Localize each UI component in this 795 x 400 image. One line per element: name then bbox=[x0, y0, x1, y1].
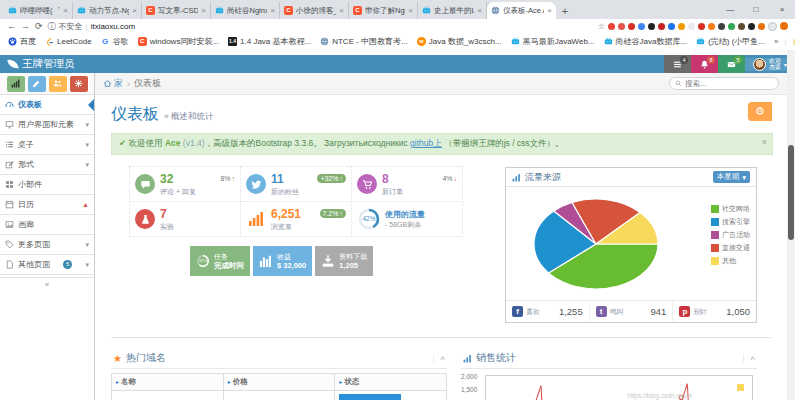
sidebar-item[interactable]: 画廊 bbox=[0, 215, 94, 235]
url-field[interactable]: ⓘ 不安全 | itxiaoxu.com bbox=[48, 21, 136, 32]
extension-icon[interactable] bbox=[628, 23, 635, 30]
alert-close-icon[interactable]: × bbox=[762, 137, 767, 147]
extension-icon[interactable] bbox=[658, 23, 665, 30]
collapse-chevron-icon[interactable]: ˄ bbox=[433, 354, 445, 363]
legend-item: 社交网络 bbox=[711, 202, 750, 215]
extension-icon[interactable] bbox=[698, 23, 705, 30]
progress-button[interactable]: 收益$ 32,000 bbox=[253, 246, 312, 276]
bookmark-star-icon[interactable]: ☆ bbox=[598, 22, 605, 31]
sidebar-collapse-button[interactable]: « bbox=[0, 277, 94, 291]
github-link[interactable]: github上 bbox=[410, 138, 442, 148]
collapse-chevron-icon[interactable]: ˄ bbox=[743, 354, 755, 363]
stat-item: 328% ↑评论 + 回复 bbox=[129, 166, 241, 202]
shortcut-gear-button[interactable] bbox=[70, 76, 88, 92]
back-icon[interactable]: ← bbox=[7, 21, 16, 31]
progress-button[interactable]: 61%任务完成时间 bbox=[190, 246, 250, 276]
extension-icon[interactable] bbox=[748, 23, 755, 30]
browser-tab[interactable]: 史上最牛的Linux× bbox=[418, 2, 487, 19]
bookmark-item[interactable]: G谷歌 bbox=[101, 36, 129, 47]
bookmark-item[interactable]: 百度 bbox=[8, 36, 36, 47]
new-tab-button[interactable]: + bbox=[556, 3, 574, 19]
extension-icon[interactable] bbox=[678, 23, 685, 30]
sidebar-item[interactable]: 桌子▾ bbox=[0, 135, 94, 155]
tab-close-icon[interactable]: × bbox=[408, 6, 413, 15]
info-icon[interactable]: ⓘ bbox=[48, 21, 56, 32]
progress-button[interactable]: 资料下载1,205 bbox=[315, 246, 373, 276]
close-button[interactable]: × bbox=[769, 0, 795, 19]
extension-icon[interactable] bbox=[758, 23, 765, 30]
tab-close-icon[interactable]: × bbox=[132, 6, 137, 15]
bookmark-item[interactable]: wJava 数据_w3csch... bbox=[417, 36, 502, 47]
shortcut-signal-button[interactable] bbox=[7, 76, 25, 92]
sidebar-item[interactable]: 小部件 bbox=[0, 175, 94, 195]
bookmark-item[interactable]: NTCE - 中国教育考... bbox=[320, 36, 408, 47]
extension-icon[interactable] bbox=[738, 23, 745, 30]
scrollbar[interactable] bbox=[787, 50, 795, 400]
extension-icon[interactable] bbox=[718, 23, 725, 30]
browser-tab[interactable]: 哔哩哔哩(゜-゜)つ× bbox=[4, 2, 73, 19]
browser-tab[interactable]: 仪表板-Ace Admi× bbox=[487, 2, 556, 19]
sidebar-item[interactable]: 仪表板 bbox=[0, 95, 94, 115]
extension-icon[interactable] bbox=[728, 23, 735, 30]
traffic-sources-panel: 流量来源 本星期 ▾ 社交网络搜索引擎广告活动直接交通其他 f喜欢1,255t鸣… bbox=[505, 167, 757, 323]
browser-tab[interactable]: C小徐的博客_|小工× bbox=[280, 2, 349, 19]
extension-icon[interactable] bbox=[688, 23, 695, 30]
bookmark-item[interactable]: (完结) (小甲鱼... bbox=[696, 36, 765, 47]
sidebar-item[interactable]: 用户界面和元素▾ bbox=[0, 115, 94, 135]
table-column-header[interactable]: ▸名称 bbox=[112, 374, 224, 391]
traffic-pie-chart[interactable] bbox=[512, 190, 682, 298]
maximize-button[interactable]: □ bbox=[743, 0, 769, 19]
browser-tab[interactable]: C写文章-CSDN博客× bbox=[142, 2, 211, 19]
stat-trend: 8% ↑ bbox=[220, 175, 235, 182]
reload-icon[interactable]: ⟳ bbox=[35, 21, 43, 31]
bookmark-item[interactable]: 尚硅谷Java数据库... bbox=[604, 36, 688, 47]
search-input[interactable] bbox=[685, 79, 765, 88]
chrome-profile-avatar[interactable] bbox=[768, 22, 777, 31]
breadcrumb-bar: 家 › 仪表板 bbox=[95, 73, 787, 95]
breadcrumb-home[interactable]: 家 bbox=[103, 77, 123, 90]
bookmark-item[interactable]: 黑马最新JavaWeb... bbox=[511, 36, 595, 47]
extension-icon[interactable] bbox=[708, 23, 715, 30]
app-brand[interactable]: 王牌管理员 bbox=[0, 57, 75, 71]
table-column-header[interactable]: ▸价格 bbox=[223, 374, 335, 391]
extension-icon[interactable] bbox=[618, 23, 625, 30]
shortcut-users-button[interactable] bbox=[49, 76, 67, 92]
pie-legend: 社交网络搜索引擎广告活动直接交通其他 bbox=[711, 190, 750, 298]
browser-tab[interactable]: 尚硅谷Nginx教程× bbox=[211, 2, 280, 19]
settings-gear-button[interactable]: ⚙ bbox=[748, 102, 772, 121]
envelope-nav-button[interactable]: 5 bbox=[718, 55, 745, 73]
sidebar-item[interactable]: 形式▾ bbox=[0, 155, 94, 175]
browser-tab[interactable]: 动力节点-Nginx-0× bbox=[73, 2, 142, 19]
tab-close-icon[interactable]: × bbox=[547, 6, 552, 15]
stat-item: 11+32% ↑新的粉丝 bbox=[240, 166, 352, 202]
scrollbar-thumb[interactable] bbox=[788, 145, 794, 240]
shortcut-pencil-button[interactable] bbox=[28, 76, 46, 92]
tab-close-icon[interactable]: × bbox=[477, 6, 482, 15]
extension-icon[interactable] bbox=[668, 23, 675, 30]
sales-chart[interactable]: 2,0001,500 https://blog.csdn.net/w bbox=[461, 373, 757, 400]
forward-icon[interactable]: → bbox=[21, 21, 30, 31]
sidebar-item[interactable]: 其他页面5▾ bbox=[0, 255, 94, 275]
app-navbar: 王牌管理员 485 欢迎 杰森 ▾ bbox=[0, 55, 795, 73]
bookmarks-overflow-icon[interactable]: » bbox=[774, 37, 778, 46]
bookmark-item[interactable]: Cwindows同时安装... bbox=[138, 36, 219, 47]
sidebar-item[interactable]: 日历▲ bbox=[0, 195, 94, 215]
extension-icon[interactable] bbox=[608, 23, 615, 30]
tasks-nav-button[interactable]: 4 bbox=[664, 55, 691, 73]
bell-nav-button[interactable]: 8 bbox=[691, 55, 718, 73]
tab-close-icon[interactable]: × bbox=[63, 6, 68, 15]
tab-close-icon[interactable]: × bbox=[339, 6, 344, 15]
bookmark-item[interactable]: 1.41.4 Java 基本教程... bbox=[228, 36, 311, 47]
tab-close-icon[interactable]: × bbox=[270, 6, 275, 15]
table-column-header[interactable]: ▸状态 bbox=[335, 374, 447, 391]
bookmark-item[interactable]: LeetCode bbox=[45, 36, 92, 47]
extension-icon[interactable] bbox=[638, 23, 645, 30]
csdn-icon: C bbox=[138, 37, 147, 46]
extension-icon[interactable] bbox=[648, 23, 655, 30]
minimize-button[interactable]: — bbox=[717, 0, 743, 19]
tab-close-icon[interactable]: × bbox=[201, 6, 206, 15]
chrome-menu-icon[interactable] bbox=[780, 22, 788, 30]
sidebar-item[interactable]: 更多页面▾ bbox=[0, 235, 94, 255]
browser-tab[interactable]: C带你了解Nginx-01× bbox=[349, 2, 418, 19]
date-range-button[interactable]: 本星期 ▾ bbox=[713, 171, 750, 183]
